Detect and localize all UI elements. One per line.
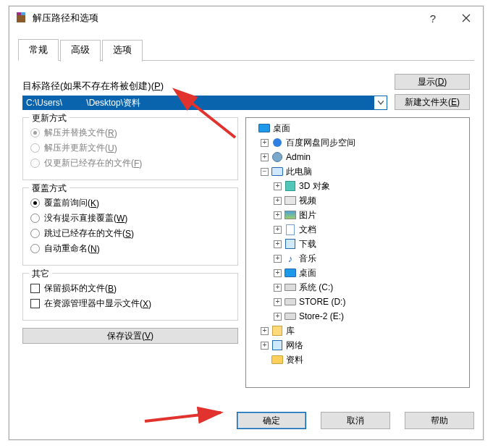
radio-ask-overwrite[interactable]: 覆盖前询问(K) [30,197,230,209]
radio-overwrite-silent[interactable]: 没有提示直接覆盖(W) [30,212,230,224]
image-icon [285,209,296,221]
expand-icon[interactable]: + [274,226,282,234]
tree-node-store2-e[interactable]: +Store-2 (E:) [248,309,468,324]
expand-icon[interactable]: + [274,255,282,263]
tree-node-docs[interactable]: +文档 [248,222,468,237]
content-area: 常规 高级 选项 目标路径(如果不存在将被创建)(P) [9,30,483,397]
tab-advanced[interactable]: 高级 [60,40,101,62]
tab-options[interactable]: 选项 [102,40,143,62]
tree-node-video[interactable]: +视频 [248,193,468,208]
checkbox-icon [30,299,40,308]
radio-extract-replace: 解压并替换文件(R) [30,127,230,139]
video-icon [285,195,296,206]
tab-strip: 常规 高级 选项 [18,38,474,61]
drive-icon [285,296,296,308]
path-label: 目标路径(如果不存在将被创建)(P) [22,80,387,93]
download-icon [285,238,296,250]
cancel-button[interactable]: 取消 [321,412,390,429]
document-icon [285,224,296,235]
show-button[interactable]: 显示(D) [395,74,470,90]
path-combobox[interactable] [22,96,387,110]
radio-auto-rename[interactable]: 自动重命名(N) [30,242,230,255]
help-icon[interactable]: ? [416,7,450,30]
expand-icon[interactable]: + [274,182,282,190]
titlebar: 解压路径和选项 ? [9,7,483,30]
tree-node-3d[interactable]: +3D 对象 [248,179,468,193]
tree-node-music[interactable]: +♪音乐 [248,251,468,266]
checkbox-icon [30,284,40,293]
app-icon [15,12,27,24]
legend-misc: 其它 [29,268,52,280]
tree-node-ziliao[interactable]: 资料 [248,352,468,367]
drive-icon [285,310,296,322]
check-show-in-explorer[interactable]: 在资源管理器中显示文件(X) [30,297,230,310]
radio-icon [30,214,40,223]
library-icon [271,325,283,337]
expand-icon[interactable]: + [261,327,269,335]
group-overwrite-mode: 覆盖方式 覆盖前询问(K) 没有提示直接覆盖(W) 跳过已经存在的文件(S) [22,187,238,266]
tree-node-network[interactable]: +网络 [248,338,468,352]
window-title: 解压路径和选项 [33,12,416,25]
tree-node-pictures[interactable]: +图片 [248,208,468,222]
radio-extract-update: 解压并更新文件(U) [30,142,230,154]
folder-icon [271,354,283,365]
expand-icon[interactable]: + [274,313,282,321]
tree-node-store-d[interactable]: +STORE (D:) [248,295,468,309]
check-keep-broken[interactable]: 保留损坏的文件(B) [30,282,230,295]
close-icon[interactable] [450,7,483,30]
expand-icon[interactable]: + [261,153,269,161]
legend-update: 更新方式 [29,112,69,124]
help-button[interactable]: 帮助 [405,412,474,429]
expand-icon[interactable]: + [274,269,282,277]
radio-icon [30,159,40,168]
group-misc: 其它 保留损坏的文件(B) 在资源管理器中显示文件(X) [22,273,238,321]
tab-body: 目标路径(如果不存在将被创建)(P) 显示(D) 新建文件夹(E) [18,61,474,388]
dialog-window: 解压路径和选项 ? 常规 高级 选项 目标路径(如果不存在将被创建)(P) [9,6,484,440]
radio-icon [30,128,40,138]
tree-node-desktop[interactable]: 桌面 [248,121,468,135]
expand-icon[interactable]: + [261,139,269,147]
ok-button[interactable]: 确定 [237,412,306,429]
group-update-mode: 更新方式 解压并替换文件(R) 解压并更新文件(U) 仅更新已经存在的文件(F) [22,117,238,180]
expand-icon[interactable]: + [274,298,282,306]
expand-icon[interactable]: + [274,284,282,292]
dialog-buttons: 确定 取消 帮助 [18,412,474,429]
pc-icon [271,166,283,177]
collapse-icon[interactable]: − [261,168,269,176]
expand-icon[interactable]: + [274,211,282,219]
radio-skip-existing[interactable]: 跳过已经存在的文件(S) [30,227,230,240]
radio-icon [30,244,40,253]
folder-tree[interactable]: 桌面 +百度网盘同步空间 +Admin −此电脑 +3D 对象 +视频 +图片 … [245,117,470,388]
tree-node-admin[interactable]: +Admin [248,150,468,164]
chevron-down-icon[interactable] [374,96,387,109]
tree-node-desk2[interactable]: +桌面 [248,266,468,280]
radio-icon [30,198,40,208]
drive-icon [285,282,296,293]
user-icon [271,151,283,163]
new-folder-button[interactable]: 新建文件夹(E) [395,94,470,110]
expand-icon[interactable]: + [274,240,282,248]
tree-node-thispc[interactable]: −此电脑 [248,164,468,179]
network-icon [271,339,283,351]
monitor-icon [285,267,296,279]
cube-icon [285,180,296,192]
tree-node-library[interactable]: +库 [248,324,468,338]
tab-general[interactable]: 常规 [18,39,59,61]
legend-overwrite: 覆盖方式 [29,182,69,195]
expand-icon[interactable]: + [274,197,282,205]
radio-icon [30,143,40,153]
path-input[interactable] [23,96,374,109]
tree-node-baidu[interactable]: +百度网盘同步空间 [248,135,468,150]
monitor-icon [258,122,270,134]
baidu-icon [271,137,283,148]
radio-freshen-existing: 仅更新已经存在的文件(F) [30,157,230,169]
save-settings-button[interactable]: 保存设置(V) [22,328,238,344]
radio-icon [30,229,40,238]
music-icon: ♪ [285,253,296,264]
expand-icon[interactable]: + [261,342,269,350]
tree-node-downloads[interactable]: +下载 [248,237,468,251]
tree-node-sysdrive[interactable]: +系统 (C:) [248,280,468,295]
